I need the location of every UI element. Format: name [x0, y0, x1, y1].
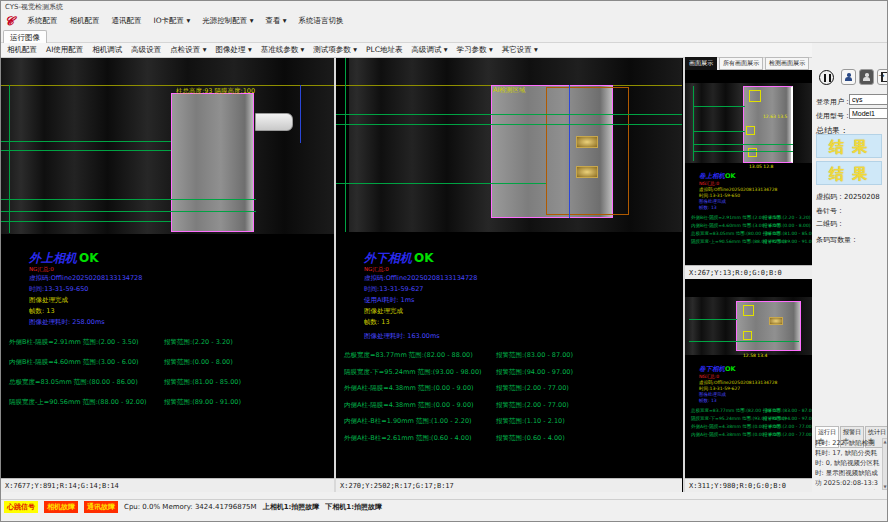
middle-view-statusbar: X:270;Y:2502;R:17;G:17;B:17 — [336, 478, 682, 492]
thumb-view-lower[interactable]: 12.58 13.4 卷下相机OK NG汇总:0 虚拟码:Offline2025… — [685, 279, 812, 478]
login-user-label: 登录用户： — [816, 97, 851, 107]
thumb-top-detect-box — [748, 148, 757, 157]
thumb-bottom-time: 时间:13-31-59-627 — [699, 386, 740, 391]
toolbtn-camera-debug[interactable]: 相机调试 — [92, 45, 122, 55]
middle-ref-line-green-vertical — [345, 58, 346, 232]
thumbtab-detect-views[interactable]: 检测画面展示 — [765, 57, 809, 70]
middle-alarm-row: 报警范围:(94.00 - 97.00) — [496, 368, 573, 377]
thumb-bottom-title: 卷下相机OK — [699, 365, 736, 374]
left-process-done: 图像处理完成 — [29, 296, 68, 305]
camera-view-lower-outer[interactable]: AI检测区域 外下相机OK NG汇总:0 虚拟码:Offline20250208… — [336, 58, 682, 478]
middle-measurement-row: 内侧A柱-B柱=1.90mm 范围:(1.00 - 2.20) — [344, 417, 472, 426]
left-measure-line — [1, 141, 171, 142]
pause-button[interactable] — [815, 66, 837, 88]
thumb-bottom-gold-tab — [769, 317, 783, 325]
left-measurement-row: 隔膜宽度-上=90.56mm 范围:(88.00 - 92.00) — [9, 398, 147, 407]
menu-view[interactable]: 查看 ▾ — [265, 16, 286, 26]
needle-number-label: 卷针号： — [816, 206, 844, 216]
thumb-bottom-result-ok: OK — [725, 365, 736, 373]
middle-alarm-row: 报警范围:(83.00 - 87.00) — [496, 351, 573, 360]
menu-comm-config[interactable]: 通讯配置 — [112, 16, 142, 26]
left-ng-summary: NG汇总:0 — [29, 266, 54, 273]
user-icon — [845, 73, 853, 81]
barcode-write-count-label: 条码写数量： — [816, 235, 858, 245]
toolbtn-baseline-params[interactable]: 基准线参数 ▾ — [261, 45, 305, 55]
middle-process-elapsed: 图像处理耗时: 163.00ms — [364, 332, 440, 341]
thumb-top-mark: 13.05 12.8 — [749, 164, 773, 169]
toolbtn-other-settings[interactable]: 其它设置 ▾ — [502, 45, 538, 55]
login-user-button[interactable] — [841, 69, 856, 85]
camera-view-upper-outer[interactable]: 柱总高度:93 隔膜高度:100 外上相机OK NG汇总:0 虚拟码:Offli… — [1, 58, 334, 478]
toolbtn-advanced-debug[interactable]: 高级调试 ▾ — [411, 45, 447, 55]
left-connector-part — [255, 113, 293, 131]
thumb-top-green-line — [693, 86, 694, 161]
middle-ai-elapsed: 使用AI耗时: 1ms — [364, 296, 414, 305]
thumb-top-alarm: 报警范围:(89.00 - 91.00) — [763, 239, 812, 244]
toolbtn-plc-address[interactable]: PLC地址表 — [366, 45, 402, 55]
middle-gold-tab — [576, 136, 598, 148]
left-alarm-row: 报警范围:(2.20 - 3.20) — [164, 338, 233, 347]
thumb-bottom-alarm: 报警范围:(83.00 - 87.00) — [763, 408, 812, 413]
admin-user-button[interactable] — [859, 69, 874, 85]
menu-language-switch[interactable]: 系统语言切换 — [299, 16, 344, 26]
middle-gold-tab — [576, 166, 598, 178]
menu-system-config[interactable]: 系统配置 — [28, 16, 58, 26]
virtual-code-caption: 虚拟码： — [816, 193, 844, 201]
thumb-bottom-ng: NG汇总:0 — [699, 374, 719, 379]
result-tile-1: 结果 — [816, 134, 882, 158]
virtual-code-label: 虚拟码：20250208 — [816, 192, 880, 202]
left-ref-line-yellow — [1, 85, 334, 86]
camera-fault-badge: 相机故障 — [44, 501, 78, 513]
model-field[interactable] — [849, 108, 888, 119]
middle-alarm-row: 报警范围:(2.00 - 77.00) — [496, 384, 569, 393]
toolbar: 相机配置 AI使用配置 相机调试 高级设置 点检设置 ▾ 图像处理 ▾ 基准线参… — [1, 43, 812, 58]
title-bar: CYS-视觉检测系统 — [1, 1, 888, 13]
pause-icon — [819, 70, 834, 85]
thumb-bottom-mark: 12.58 13.4 — [743, 353, 767, 358]
middle-virtual-code: 虚拟码:Offline20250208133134728 — [364, 274, 477, 283]
thumb-top-frames: 帧数: 13 — [699, 205, 717, 210]
middle-ng-summary: NG汇总:0 — [364, 266, 389, 273]
right-panel: 登录用户： 使用型号： 总结果： 结果 结果 虚拟码：20250208 卷针号：… — [813, 58, 888, 492]
toolbtn-camera-config[interactable]: 相机配置 — [7, 45, 37, 55]
thumbtab-display[interactable]: 画面展示 — [685, 57, 717, 70]
thumb-top-alarm: 报警范围:(81.00 - 85.00) — [763, 231, 812, 236]
scroll-up-icon[interactable]: ▲ — [883, 439, 886, 444]
log-scrollbar[interactable]: ▲ ▼ — [882, 438, 888, 490]
toolbtn-learning-params[interactable]: 学习参数 ▾ — [457, 45, 493, 55]
thumb-bottom-alarm: 报警范围:(2.00 - 77.00) — [763, 432, 812, 437]
thumb-top-mark: 12.63 13.5 — [763, 114, 787, 119]
menu-light-config[interactable]: 光源控制配置 ▾ — [202, 16, 253, 26]
thumb-view-upper[interactable]: 12.63 13.5 13.05 12.8 卷上相机OK NG汇总:0 虚拟码:… — [685, 70, 812, 265]
heartbeat-badge: 心跳信号 — [4, 501, 38, 513]
thumbtab-all-views[interactable]: 所有画面展示 — [719, 57, 763, 70]
thumb-top-time: 时间:13-31-59-650 — [699, 193, 740, 198]
thumb-bottom-alarm: 报警范围:(2.00 - 77.00) — [763, 424, 812, 429]
scroll-down-icon[interactable]: ▼ — [883, 484, 886, 489]
thumb-top-measure-line — [693, 106, 745, 107]
exit-button[interactable] — [877, 69, 888, 85]
toolbtn-advanced-settings[interactable]: 高级设置 — [131, 45, 161, 55]
comm-fault-badge: 通讯故障 — [84, 501, 118, 513]
thumb-top-alarm: 报警范围:(0.00 - 8.00) — [763, 223, 811, 228]
thumb-top-measure-line — [693, 131, 745, 132]
menu-io-config[interactable]: IO卡配置 ▾ — [154, 16, 191, 26]
menu-camera-config[interactable]: 相机配置 — [70, 16, 100, 26]
thumb-bottom-code: 虚拟码:Offline20250208133134728 — [699, 380, 777, 385]
thumb-bottom-done: 图像处理完成 — [699, 392, 726, 397]
thumb-top-detect-box — [746, 126, 755, 135]
middle-measurement-row: 总极宽度=83.77mm 范围:(82.00 - 88.00) — [344, 351, 473, 360]
qr-code-label: 二维码： — [816, 219, 844, 229]
toolbtn-ai-config[interactable]: AI使用配置 — [46, 45, 83, 55]
toolbtn-image-processing[interactable]: 图像处理 ▾ — [216, 45, 252, 55]
app-window: CYS-视觉检测系统 𝓒 系统配置 相机配置 通讯配置 IO卡配置 ▾ 光源控制… — [0, 0, 888, 522]
middle-measurement-row: 外侧A柱-隔膜=4.38mm 范围:(0.00 - 9.00) — [344, 384, 474, 393]
middle-frame-count: 帧数: 13 — [364, 318, 390, 327]
login-user-field[interactable] — [849, 94, 888, 105]
exit-icon — [881, 72, 888, 82]
thumb-top-done: 图像处理完成 — [699, 199, 726, 204]
toolbtn-test-params[interactable]: 测试项参数 ▾ — [313, 45, 357, 55]
toolbtn-spotcheck[interactable]: 点检设置 ▾ — [170, 45, 206, 55]
thumb-top-code: 虚拟码:Offline20250208133134728 — [699, 187, 777, 192]
tab-run-image[interactable]: 运行图像 — [3, 30, 47, 43]
